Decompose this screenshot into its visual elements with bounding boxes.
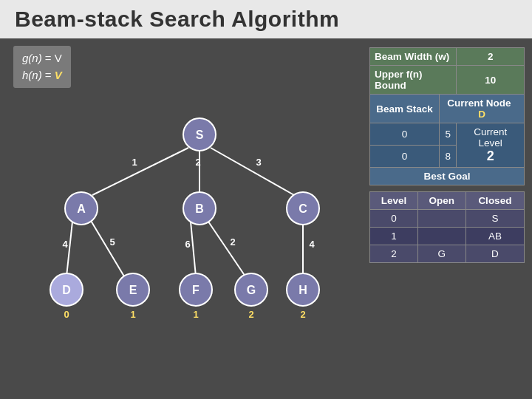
upper-bound-row: Upper f(n) Bound 10: [370, 66, 525, 95]
node-G-label: G: [247, 284, 256, 296]
D-val: 0: [64, 309, 69, 320]
svg-line-10: [191, 222, 196, 276]
current-val1: 5: [440, 123, 457, 146]
svg-line-0: [92, 148, 188, 195]
current-val2: 8: [440, 146, 457, 168]
h-n-value: V: [55, 69, 62, 81]
current-node-header: Current Node D: [440, 95, 525, 123]
G-val: 2: [248, 309, 253, 320]
svg-line-4: [211, 148, 294, 195]
svg-text:3: 3: [256, 157, 261, 168]
svg-text:1: 1: [132, 157, 137, 168]
node-H-label: H: [299, 284, 307, 296]
H-val: 2: [300, 309, 305, 320]
node-D-label: D: [62, 284, 71, 296]
closed-cell: D: [466, 245, 524, 263]
legend-line2: h(n) = V: [22, 67, 62, 84]
beam-width-label: Beam Width (w): [370, 48, 457, 66]
open-cell: [417, 228, 466, 245]
svg-line-8: [90, 219, 124, 276]
svg-text:4: 4: [309, 239, 315, 250]
svg-text:2: 2: [195, 157, 200, 168]
main-content: g(n) = V h(n) = V 1 2 3 4 5: [0, 38, 532, 399]
closed-cell: AB: [466, 228, 524, 245]
closed-cell: S: [466, 210, 524, 228]
beam-width-row: Beam Width (w) 2: [370, 48, 525, 66]
svg-text:6: 6: [185, 239, 190, 250]
page-title: Beam-stack Search Algorithm: [15, 7, 339, 32]
current-node-value: D: [478, 109, 485, 120]
svg-line-12: [208, 222, 245, 276]
open-cell: [417, 210, 466, 228]
h-n-rest: =: [42, 69, 55, 81]
node-C-label: C: [299, 202, 307, 215]
title-bar: Beam-stack Search Algorithm: [0, 0, 532, 38]
svg-text:4: 4: [62, 239, 68, 250]
svg-text:2: 2: [230, 236, 235, 248]
open-col-header: Open: [417, 192, 466, 210]
node-B-label: B: [195, 202, 204, 215]
F-val: 1: [193, 309, 198, 320]
tree-area: g(n) = V h(n) = V 1 2 3 4 5: [0, 38, 362, 399]
open-cell: G: [417, 245, 466, 263]
beam-width-value: 2: [457, 48, 525, 66]
current-level-cell: Current Level 2: [457, 123, 525, 168]
E-val: 1: [130, 309, 135, 320]
node-F-label: F: [192, 284, 200, 296]
node-S-label: S: [196, 129, 204, 141]
current-level-label: Current Level: [461, 126, 519, 149]
g-n-label: g(n): [22, 52, 42, 64]
g-n-value: = V: [42, 52, 62, 64]
node-E-label: E: [129, 284, 137, 296]
tree-diagram: 1 2 3 4 5 6 2 4 S: [7, 98, 399, 393]
legend-box: g(n) = V h(n) = V: [13, 46, 71, 88]
h-n-label: h(n): [22, 69, 42, 81]
current-level-value: 2: [461, 149, 519, 164]
closed-col-header: Closed: [466, 192, 524, 210]
upper-bound-value: 10: [457, 66, 525, 95]
upper-bound-label: Upper f(n) Bound: [370, 66, 457, 95]
legend-line1: g(n) = V: [22, 50, 62, 67]
node-A-label: A: [77, 202, 86, 215]
svg-text:5: 5: [109, 236, 115, 248]
